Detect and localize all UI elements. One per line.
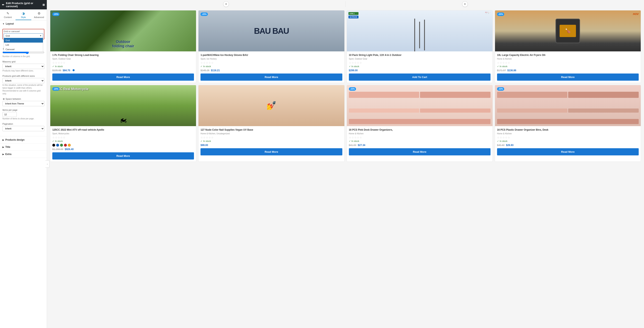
- price-old-2: $145.26: [200, 69, 209, 72]
- checkmark-2: ✓: [200, 65, 202, 68]
- option-grid[interactable]: Grid: [4, 38, 43, 43]
- add-section-button-right[interactable]: +: [462, 1, 468, 7]
- product-title-3: 10 Pack String Light Pole, 11ft 4-in-1 O…: [349, 53, 490, 57]
- extra-header[interactable]: ▶ Extra: [0, 151, 47, 158]
- layout-label: Layout: [6, 22, 14, 25]
- price-new-6: $99.00: [200, 144, 208, 146]
- products-design-label: Products design: [5, 138, 24, 141]
- products-grid: -20% Outdoorfolding chair 1 Pc Folding C…: [47, 8, 644, 164]
- dot-yellow: [68, 144, 71, 146]
- price-new-7: $27.34: [358, 144, 366, 146]
- product-action-btn-6[interactable]: Read More: [200, 148, 342, 155]
- dot-green: [60, 144, 63, 146]
- product-info-8: 16 PCS Plastic Drawer Organizer Bins, De…: [495, 126, 641, 157]
- title-header[interactable]: ▶ Title: [0, 143, 47, 150]
- grid-icon[interactable]: ⊞: [42, 3, 45, 6]
- title-label: Title: [5, 145, 10, 148]
- product-category-4: Home & Kitchen: [497, 58, 639, 60]
- product-stars-3: ☆☆☆☆☆: [349, 61, 490, 64]
- add-section-button-left[interactable]: +: [223, 1, 229, 7]
- product-action-btn-4[interactable]: Read More: [497, 74, 639, 81]
- color-dots-5: [52, 144, 194, 146]
- product-action-btn-1[interactable]: Read More: [52, 74, 194, 81]
- grid-carousel-dropdown[interactable]: Grid ▾ Grid List Carousel: [4, 33, 43, 38]
- tab-content-label: Content: [4, 16, 12, 19]
- masonry-hint: Products may have different sizes.: [2, 69, 44, 72]
- grid-carousel-options: Grid List Carousel: [4, 38, 43, 52]
- products-design-header[interactable]: ▶ Products design: [0, 136, 47, 143]
- space-between-label: 🖥 Space between: [2, 98, 44, 100]
- product-title-7: 16 PCS Pink Desk Drawer Organizers,: [349, 128, 490, 132]
- product-info-4: 10L Large Capacity Electric Air Fryers O…: [495, 51, 641, 83]
- option-list[interactable]: List: [4, 43, 43, 47]
- grid-carousel-row: Grid or carousel Grid ▾ Grid List Carous…: [2, 29, 44, 39]
- price-new-3: $299.00: [349, 69, 358, 72]
- product-action-btn-5[interactable]: Read More: [52, 152, 194, 159]
- price-new-4: $136.86: [507, 69, 516, 72]
- product-image-4: 🍗: [495, 11, 641, 51]
- product-category-3: Sport, Outdoor Gear: [349, 58, 490, 60]
- items-per-page-label: Items per page: [2, 109, 44, 111]
- dot-blue: [56, 144, 59, 146]
- product-card-5: -20% 125CC Real Motorcycle 🏍 125CC 2022 …: [50, 85, 196, 162]
- chevron-down-icon: ▾: [40, 34, 41, 37]
- grid-carousel-select-shown[interactable]: Grid ▾: [4, 33, 43, 38]
- product-stars-7: ☆☆☆☆☆: [349, 136, 490, 139]
- product-action-btn-7[interactable]: Read More: [349, 148, 490, 155]
- product-image-7: [347, 85, 492, 126]
- product-action-btn-8[interactable]: Read More: [497, 148, 639, 155]
- price-new-2: $116.21: [211, 69, 220, 72]
- product-category-8: Home & Kitchen: [497, 132, 639, 135]
- items-per-page-input[interactable]: [2, 112, 17, 117]
- style-icon: ◑: [22, 12, 25, 15]
- product-badge-4: -20%: [497, 13, 504, 16]
- extra-label: Extra: [5, 153, 12, 155]
- products-design-arrow: ▶: [2, 139, 4, 141]
- products-design-section: ▶ Products design: [0, 136, 47, 143]
- items-per-page-hint: Number of items to show per page.: [2, 117, 44, 120]
- product-price-2: $145.26 $116.21: [200, 69, 342, 72]
- product-badge-2: -20%: [200, 13, 208, 16]
- tab-advanced[interactable]: ⚙ Advanced: [31, 10, 47, 20]
- sidebar-title: Edit Products (grid or carousel): [6, 2, 41, 8]
- masonry-select[interactable]: Inherit: [2, 64, 44, 69]
- product-action-btn-3[interactable]: Add To Cart: [349, 74, 490, 81]
- grid-carousel-label: Grid or carousel: [4, 30, 43, 33]
- checkmark-3: ✓: [349, 65, 351, 68]
- product-title-4: 10L Large Capacity Electric Air Fryers O…: [497, 53, 639, 57]
- grid-sizes-row: Products grid with different sizes Inher…: [2, 75, 44, 95]
- product-card-7: -33% 16 PCS Pink Desk Drawer Organizers,…: [347, 85, 493, 162]
- price-new-8: $26.93: [506, 144, 514, 146]
- option-carousel[interactable]: Carousel: [4, 47, 43, 52]
- product-category-1: Sport, Outdoor Gear: [52, 58, 194, 60]
- space-between-row: 🖥 Space between Inherit from Theme: [2, 98, 44, 106]
- hov-badge-4: HOV: [633, 13, 639, 16]
- layout-header[interactable]: ▼ Layout: [0, 20, 47, 27]
- product-action-btn-2[interactable]: Read More: [200, 74, 342, 81]
- pagination-label: Pagination: [2, 123, 44, 125]
- product-info-3: 10 Pack String Light Pole, 11ft 4-in-1 O…: [347, 51, 492, 83]
- product-stars-5: ☆☆☆☆☆: [52, 136, 194, 139]
- product-price-4: $171.07 $136.86: [497, 69, 639, 72]
- pagination-select[interactable]: Inherit: [2, 126, 44, 131]
- price-old-8: $40.40: [497, 144, 504, 146]
- sidebar-header: ✏ Edit Products (grid or carousel) ⊞: [0, 0, 47, 10]
- product-info-6: 127 Nude Color Nail Supplies Vegan UV Ba…: [198, 126, 344, 157]
- product-price-1: $105.88 $84.70: [52, 69, 194, 72]
- tab-style[interactable]: ◑ Style: [16, 10, 31, 20]
- product-title-5: 125CC 2022 Mini ATV off-road vehicle Apo…: [52, 128, 194, 132]
- content-icon: ✎: [6, 12, 9, 15]
- sidebar-collapse-button[interactable]: ‹: [45, 160, 50, 168]
- product-category-2: Sport, Ice Hockey: [200, 58, 342, 60]
- space-between-select[interactable]: Inherit from Theme: [2, 101, 44, 106]
- tab-content[interactable]: ✎ Content: [0, 10, 16, 20]
- product-badge-5: -20%: [52, 87, 60, 91]
- product-stock-6: ✓ In stock: [200, 140, 342, 142]
- price-old-4: $171.07: [497, 69, 506, 72]
- product-stock-1: ✓ In stock: [52, 65, 194, 68]
- price-old-1: $105.88: [52, 69, 61, 72]
- product-price-6: $99.00: [200, 144, 342, 146]
- product-title-8: 16 PCS Plastic Drawer Organizer Bins, De…: [497, 128, 639, 132]
- monitor-icon-2: 🖥: [2, 98, 5, 100]
- grid-sizes-select[interactable]: Inherit: [2, 78, 44, 83]
